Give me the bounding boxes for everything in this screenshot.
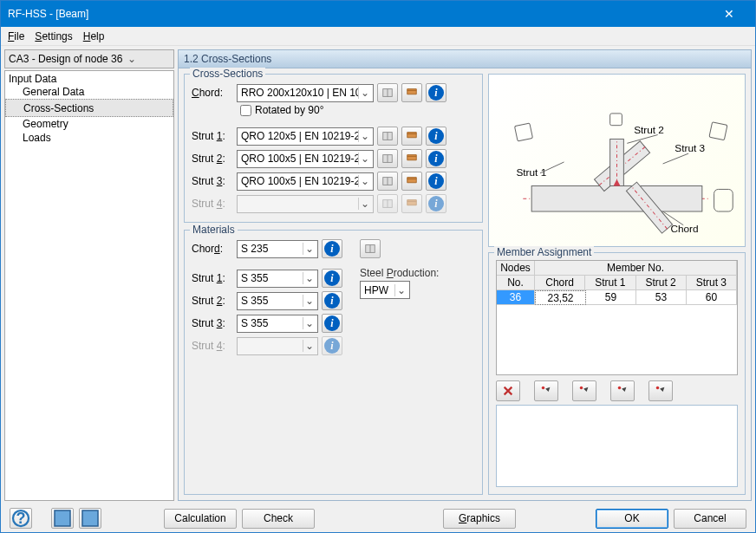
rotated-checkbox[interactable] bbox=[240, 105, 251, 116]
tree-item-general[interactable]: General Data bbox=[5, 85, 173, 99]
info-icon: i bbox=[324, 270, 340, 286]
info-icon: i bbox=[324, 241, 340, 257]
rotated-label: Rotated by 90° bbox=[255, 104, 324, 116]
check-button[interactable]: Check bbox=[242, 509, 315, 529]
svg-rect-20 bbox=[515, 123, 533, 141]
library-button[interactable] bbox=[377, 149, 398, 168]
tree-item-cross-sections[interactable]: Cross-Sections bbox=[5, 99, 173, 117]
mat-chord-select[interactable]: S 235⌄ bbox=[237, 240, 318, 258]
delete-button[interactable] bbox=[496, 380, 520, 401]
library-button[interactable] bbox=[377, 127, 398, 146]
diagram-label-strut3: Strut 3 bbox=[675, 142, 705, 154]
chevron-down-icon: ⌄ bbox=[358, 87, 371, 99]
info-button[interactable]: i bbox=[426, 127, 446, 146]
svg-line-25 bbox=[627, 135, 657, 144]
cell-chord[interactable]: 23,52 bbox=[535, 290, 586, 305]
units-button[interactable] bbox=[51, 508, 74, 529]
info-icon: i bbox=[324, 338, 340, 354]
pane-right: Strut 1 Strut 2 Strut 3 Chord Member Ass… bbox=[488, 74, 746, 495]
tree-root[interactable]: Input Data bbox=[5, 73, 173, 85]
member-table[interactable]: Nodes Member No. No. Chord Strut 1 Strut… bbox=[496, 260, 738, 375]
menu-file[interactable]: File bbox=[8, 30, 24, 42]
mat-strut4-select: ⌄ bbox=[237, 337, 318, 355]
mat-strut3-select[interactable]: S 355⌄ bbox=[237, 315, 318, 333]
strut1-section-select[interactable]: QRO 120x5 | EN 10219-2:20⌄ bbox=[237, 127, 374, 146]
rotated-check-row: Rotated by 90° bbox=[240, 104, 475, 116]
col-memberno: Member No. bbox=[535, 261, 737, 276]
chevron-down-icon: ⌄ bbox=[394, 284, 407, 296]
help-button[interactable]: ? bbox=[10, 508, 32, 529]
cell-strut3[interactable]: 60 bbox=[687, 290, 737, 305]
ok-button[interactable]: OK bbox=[596, 509, 668, 529]
nav-tree[interactable]: Input Data General Data Cross-Sections G… bbox=[4, 70, 174, 501]
steel-production-select[interactable]: HPW⌄ bbox=[360, 281, 410, 299]
info-button: i bbox=[322, 336, 342, 355]
info-button[interactable]: i bbox=[322, 291, 342, 310]
case-combo[interactable]: CA3 - Design of node 36 ⌄ bbox=[4, 49, 174, 68]
svg-point-31 bbox=[656, 387, 660, 390]
info-button[interactable]: i bbox=[426, 83, 446, 102]
info-button[interactable]: i bbox=[322, 239, 342, 258]
pick-chord-button[interactable] bbox=[534, 380, 558, 401]
pick-button[interactable] bbox=[401, 83, 422, 102]
pick-button[interactable] bbox=[401, 149, 422, 168]
strut1-label: Strut 1: bbox=[192, 130, 233, 142]
mat-chord-label: Chord: bbox=[192, 243, 233, 255]
svg-rect-34 bbox=[55, 510, 70, 526]
export-button[interactable] bbox=[79, 508, 101, 529]
library-button[interactable] bbox=[360, 239, 381, 258]
mat-strut3-label: Strut 3: bbox=[192, 317, 233, 329]
diagram-svg: Strut 1 Strut 2 Strut 3 Chord bbox=[489, 75, 745, 246]
pick-strut2-button[interactable] bbox=[610, 380, 635, 401]
cell-strut1[interactable]: 59 bbox=[586, 290, 636, 305]
close-icon[interactable]: ✕ bbox=[710, 7, 748, 21]
group-cross-sections: Cross-Sections Chord: RRO 200x120x10 | E… bbox=[184, 74, 483, 223]
pick-strut3-button[interactable] bbox=[648, 380, 673, 401]
mat-strut2-select[interactable]: S 355⌄ bbox=[237, 292, 318, 310]
pick-button[interactable] bbox=[401, 127, 422, 146]
svg-line-26 bbox=[663, 153, 689, 164]
col-strut1: Strut 1 bbox=[585, 276, 635, 290]
pick-strut1-button[interactable] bbox=[572, 380, 596, 401]
titlebar: RF-HSS - [Beam] ✕ bbox=[1, 1, 755, 27]
panes: Cross-Sections Chord: RRO 200x120x10 | E… bbox=[178, 68, 752, 501]
mat-strut2-label: Strut 2: bbox=[192, 295, 233, 307]
tree-item-geometry[interactable]: Geometry bbox=[5, 117, 173, 131]
info-icon: i bbox=[428, 151, 444, 166]
group-member-assignment: Member Assignment Nodes Member No. No. C… bbox=[488, 252, 746, 495]
tree-item-loads[interactable]: Loads bbox=[5, 131, 173, 145]
info-button[interactable]: i bbox=[426, 149, 446, 168]
graphics-button[interactable]: Graphics bbox=[443, 509, 516, 529]
info-icon: i bbox=[428, 173, 444, 189]
pick-button[interactable] bbox=[401, 172, 422, 191]
info-button[interactable]: i bbox=[426, 172, 446, 191]
group-materials: Materials Chord: S 235⌄ i Strut bbox=[184, 230, 483, 495]
chevron-down-icon: ⌄ bbox=[303, 243, 316, 255]
chevron-down-icon: ⌄ bbox=[358, 130, 371, 142]
info-icon: i bbox=[428, 196, 444, 211]
cell-strut2[interactable]: 53 bbox=[636, 290, 687, 305]
svg-rect-13 bbox=[531, 186, 702, 212]
table-row[interactable]: 36 23,52 59 53 60 bbox=[497, 290, 737, 305]
info-button[interactable]: i bbox=[322, 269, 342, 288]
comment-area[interactable] bbox=[496, 405, 738, 487]
strut3-section-select[interactable]: QRO 100x5 | EN 10219-2:20⌄ bbox=[237, 172, 374, 191]
chord-section-select[interactable]: RRO 200x120x10 | EN 1021!⌄ bbox=[237, 84, 374, 102]
pick-button bbox=[401, 194, 422, 213]
strut2-section-select[interactable]: QRO 100x5 | EN 10219-2:20⌄ bbox=[237, 150, 374, 168]
connection-diagram: Strut 1 Strut 2 Strut 3 Chord bbox=[488, 74, 746, 247]
library-button[interactable] bbox=[377, 172, 398, 191]
info-button[interactable]: i bbox=[322, 314, 342, 333]
menu-help[interactable]: Help bbox=[83, 30, 105, 42]
col-strut2: Strut 2 bbox=[636, 276, 687, 290]
mat-strut1-select[interactable]: S 355⌄ bbox=[237, 270, 318, 288]
cell-node[interactable]: 36 bbox=[497, 290, 535, 305]
info-icon: i bbox=[324, 293, 340, 309]
cancel-button[interactable]: Cancel bbox=[674, 509, 746, 529]
calculation-button[interactable]: Calculation bbox=[164, 509, 237, 529]
library-button[interactable] bbox=[377, 83, 398, 102]
strut4-section-select: ⌄ bbox=[237, 195, 374, 213]
member-buttons bbox=[496, 380, 738, 401]
col-nodes: Nodes bbox=[497, 261, 535, 276]
menu-settings[interactable]: Settings bbox=[35, 30, 72, 42]
